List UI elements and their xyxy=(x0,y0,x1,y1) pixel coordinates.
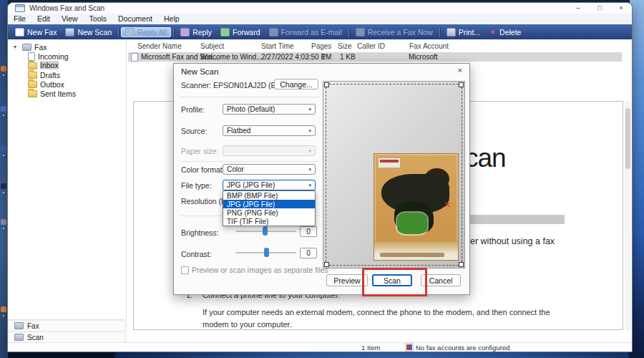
brightness-slider[interactable] xyxy=(235,226,296,236)
desktop: Windows Fax and Scan – □ × FileEditViewT… xyxy=(0,0,644,358)
slider-handle[interactable] xyxy=(264,248,269,257)
file-type-option[interactable]: TIF (TIF File) xyxy=(223,217,315,226)
column-header-start-time[interactable]: Start Time xyxy=(261,42,294,50)
toolbar-button-label: Forward xyxy=(233,28,260,37)
reply-icon xyxy=(180,28,190,37)
fax-item-icon xyxy=(131,53,138,62)
profile-select[interactable]: Photo (Default)▾ xyxy=(223,104,316,115)
file-type-dropdown: BMP (BMP File)JPG (JPG File)PNG (PNG Fil… xyxy=(223,190,316,226)
marquee-handle[interactable] xyxy=(324,82,329,87)
toolbar-reply[interactable]: Reply xyxy=(176,27,216,37)
sidebar-item-sent-items[interactable]: Sent Items xyxy=(8,89,126,98)
title-bar[interactable]: Windows Fax and Scan – □ × xyxy=(8,3,632,14)
warning-icon xyxy=(406,344,413,351)
file-type-label: File type: xyxy=(181,181,212,190)
column-header-sender-name[interactable]: Sender Name xyxy=(137,42,182,50)
contrast-slider[interactable] xyxy=(235,247,296,258)
chevron-down-icon[interactable]: ▾ xyxy=(14,44,19,50)
brightness-label: Brightness: xyxy=(181,228,219,237)
menu-tools[interactable]: Tools xyxy=(84,14,113,24)
toolbar-reply-all[interactable]: Reply All xyxy=(121,27,171,37)
file-type-select[interactable]: JPG (JPG File)▾ xyxy=(223,180,316,190)
toolbar-print-[interactable]: Print... xyxy=(442,27,484,37)
separate-files-label: Preview or scan images as separate files xyxy=(192,266,328,274)
desktop-icon[interactable] xyxy=(1,219,6,225)
toolbar-separator xyxy=(348,27,349,37)
minimize-icon[interactable]: – xyxy=(567,3,589,14)
column-header-pages[interactable]: Pages xyxy=(311,42,331,50)
desktop-icon[interactable] xyxy=(1,146,6,152)
toolbar-new-scan[interactable]: New Scan xyxy=(61,27,116,37)
brightness-value[interactable]: 0 xyxy=(300,226,317,237)
folder-icon xyxy=(28,81,37,88)
sidebar-item-outbox[interactable]: Outbox xyxy=(8,79,126,89)
cell-subject: Welcome to Wind... xyxy=(200,53,263,61)
change-scanner-button[interactable]: Change... xyxy=(274,79,318,90)
file-type-option[interactable]: BMP (BMP File) xyxy=(223,191,315,200)
scrollbar[interactable] xyxy=(625,101,631,330)
contrast-value[interactable]: 0 xyxy=(300,248,317,258)
desktop-icon[interactable] xyxy=(1,183,6,189)
status-item-count: 1 Item xyxy=(361,344,380,352)
nav-button-fax[interactable]: Fax xyxy=(8,320,125,332)
doc-heading-fragment: can xyxy=(465,143,506,173)
annotation-red-box xyxy=(362,268,427,296)
marquee-handle[interactable] xyxy=(459,262,464,267)
separate-files-checkbox[interactable] xyxy=(181,266,189,274)
forward-email-icon xyxy=(269,28,278,37)
chevron-down-icon: ▾ xyxy=(308,128,311,134)
tree-root-fax[interactable]: ▾ Fax xyxy=(8,42,126,52)
scan-preview-pane[interactable]: ✕ xyxy=(323,81,465,268)
column-header-fax-account[interactable]: Fax Account xyxy=(409,42,449,50)
file-type-option[interactable]: JPG (JPG File) xyxy=(223,200,315,208)
menu-file[interactable]: File xyxy=(8,14,31,24)
maximize-icon[interactable]: □ xyxy=(589,3,610,14)
slider-handle[interactable] xyxy=(263,226,268,236)
toolbar-separator xyxy=(173,27,174,37)
marquee-handle[interactable] xyxy=(324,262,329,267)
file-type-option[interactable]: PNG (PNG File) xyxy=(223,208,315,217)
nav-button-scan[interactable]: Scan xyxy=(8,332,125,343)
toolbar-new-fax[interactable]: New Fax xyxy=(11,27,61,37)
menu-help[interactable]: Help xyxy=(158,14,185,24)
desktop-icon[interactable] xyxy=(1,66,6,72)
nav-button-label: Scan xyxy=(27,334,44,342)
toolbar-delete[interactable]: ✕Delete xyxy=(484,27,525,37)
sidebar-item-drafts[interactable]: Drafts xyxy=(8,70,126,79)
forward-icon xyxy=(220,28,230,37)
column-header-size[interactable]: Size xyxy=(338,42,351,50)
desktop-icon[interactable] xyxy=(1,306,6,312)
source-select[interactable]: Flatbed▾ xyxy=(223,125,316,136)
column-header-subject[interactable]: Subject xyxy=(200,42,224,50)
nav-button-label: Fax xyxy=(27,322,39,330)
toolbar-forward[interactable]: Forward xyxy=(216,27,265,37)
toolbar-receive-a-fax-now[interactable]: Receive a Fax Now xyxy=(351,27,437,37)
fax-list-row[interactable]: Microsoft Fax and Sca...Welcome to Wind.… xyxy=(128,52,622,62)
chevron-down-icon: ▾ xyxy=(308,148,311,154)
status-bar: 1 Item No fax accounts are configured xyxy=(8,342,632,352)
toolbar-forward-as-e-mail[interactable]: Forward as E-mail xyxy=(265,27,346,37)
dialog-close-icon[interactable]: × xyxy=(458,66,462,74)
color-format-select[interactable]: Color▾ xyxy=(223,164,316,175)
cover-x-mark: ✕ xyxy=(444,200,451,210)
toolbar-button-label: Forward as E-mail xyxy=(281,28,342,37)
scrollbar-thumb[interactable] xyxy=(625,108,630,169)
receive-fax-icon xyxy=(356,28,365,37)
menu-edit[interactable]: Edit xyxy=(31,14,56,24)
folder-tree-pane: ▾ Fax IncomingInboxDraftsOutboxSent Item… xyxy=(8,39,127,343)
close-icon[interactable]: × xyxy=(610,3,632,14)
dialog-title: New Scan xyxy=(181,67,218,76)
column-header-caller-id[interactable]: Caller ID xyxy=(357,42,385,50)
folder-icon xyxy=(28,90,37,97)
page-icon xyxy=(28,52,35,61)
sidebar-item-label: Inbox xyxy=(40,61,59,69)
toolbar-button-label: Delete xyxy=(499,28,521,37)
toolbar-button-label: New Fax xyxy=(27,28,57,37)
sidebar-item-inbox[interactable]: Inbox xyxy=(8,61,126,70)
sidebar-item-incoming[interactable]: Incoming xyxy=(8,52,126,61)
menu-document[interactable]: Document xyxy=(112,14,158,24)
scanned-image: ✕ xyxy=(374,153,459,261)
menu-view[interactable]: View xyxy=(56,14,84,24)
marquee-handle[interactable] xyxy=(459,82,464,87)
desktop-icon[interactable] xyxy=(1,106,6,112)
